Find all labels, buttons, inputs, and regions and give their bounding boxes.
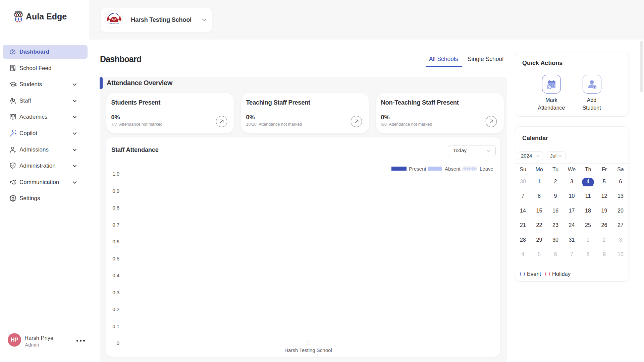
svg-text:AMBALA CITY: AMBALA CITY <box>109 23 119 24</box>
